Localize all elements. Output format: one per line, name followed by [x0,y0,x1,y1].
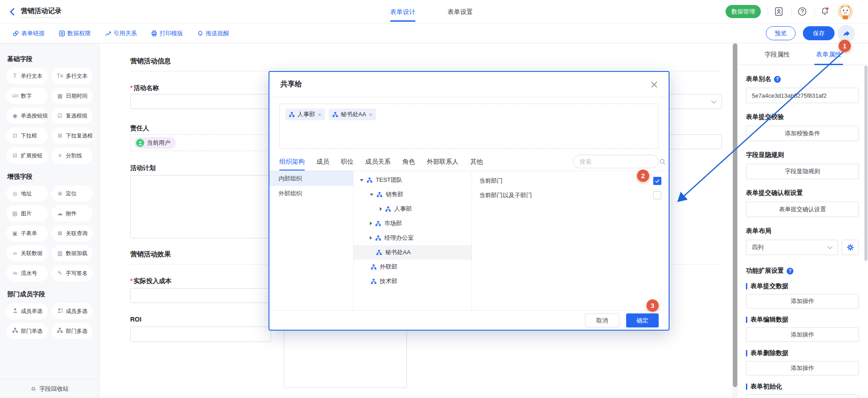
field-datetime[interactable]: ▦日期时间 [52,88,93,104]
field-single-text[interactable]: T单行文本 [6,68,48,84]
field-radio-group[interactable]: ◉单选按钮组 [6,108,48,124]
layout-settings-button[interactable] [842,240,859,255]
field-subform[interactable]: ▣子表单 [6,225,48,242]
field-image[interactable]: ▤图片 [6,205,48,222]
field-dept-multi[interactable]: 部门多选 [52,323,93,339]
scrollbar-thumb[interactable] [733,43,737,387]
data-manage-button[interactable]: 数据管理 [726,5,761,18]
cancel-button[interactable]: 取消 [585,313,619,327]
checkbox-checked[interactable] [653,177,661,185]
field-attachment[interactable]: ☁附件 [52,205,93,222]
help-icon[interactable] [797,7,807,16]
tree-node-sales-dept[interactable]: 销售部 [354,187,472,202]
close-icon[interactable] [651,81,658,88]
confirm-button[interactable]: 确定 [626,313,659,327]
help-icon[interactable]: ? [774,76,781,83]
edit-data-add-action-button[interactable]: 添加操作 [746,327,859,342]
option-current-dept-and-children[interactable]: 当前部门以及子部门 [479,188,661,203]
contacts-icon[interactable] [774,7,783,16]
form-layout-select[interactable]: 四列 [746,240,838,255]
field-address[interactable]: ◎地址 [6,185,48,202]
search-input[interactable] [580,158,659,165]
form-link-item[interactable]: 表单链接 [13,24,45,43]
push-reminder-item[interactable]: 推送提醒 [197,24,229,43]
submit-data-add-action-button[interactable]: 添加操作 [746,294,859,308]
tab-positions[interactable]: 职位 [341,152,354,171]
tab-member-relations[interactable]: 成员关系 [365,152,391,171]
save-button[interactable]: 保存 [803,26,835,40]
tree-node-test-team[interactable]: TEST团队 [354,173,472,187]
tab-roles[interactable]: 角色 [402,152,415,171]
tree-node-manager-office[interactable]: 经理办公室 [354,231,472,245]
tree-node-marketing-dept[interactable]: 市场部 [354,216,472,231]
expand-arrow-icon[interactable] [360,179,363,181]
owner-field[interactable]: 当前用户 [130,134,271,151]
plan-textarea[interactable] [130,175,271,238]
form-title[interactable]: 营销活动记录 [21,7,61,18]
search-box[interactable] [573,155,659,168]
tab-form-properties[interactable]: 表单属性 [816,43,841,65]
option-current-dept[interactable]: 当前部门 [479,174,661,188]
panel-scrollbar[interactable] [864,66,868,261]
tab-form-settings[interactable]: 表单设置 [448,0,473,24]
field-recycle-bin[interactable]: ♻ 字段回收站 [0,379,99,398]
field-extend-button[interactable]: ⊟扩展按钮 [6,147,48,164]
collapse-arrow-icon[interactable] [370,236,372,240]
field-visibility-button[interactable]: 字段显隐规则 [746,164,859,179]
expand-arrow-icon[interactable] [370,194,373,196]
preview-button[interactable]: 预览 [766,26,796,40]
selected-targets-box[interactable]: 人事部 × 秘书处AA × [279,104,659,149]
canvas-scrollbar[interactable] [732,43,738,398]
tree-node-external-dept[interactable]: 外联部 [354,260,472,274]
field-location[interactable]: ⊕定位 [52,185,93,202]
selected-tag-dept[interactable]: 秘书处AA × [329,109,376,120]
collapse-arrow-icon[interactable] [380,207,382,211]
field-member-single[interactable]: 成员单选 [6,303,48,319]
checkbox-unchecked[interactable] [653,191,661,199]
activity-name-input[interactable] [130,94,271,109]
help-icon[interactable]: ? [787,268,793,275]
tree-node-tech-dept[interactable]: 技术部 [354,274,472,289]
field-linked-data[interactable]: ∞关联数据 [6,245,48,261]
field-select[interactable]: ⊡下拉框 [6,128,48,144]
delete-data-add-action-button[interactable]: 添加操作 [746,361,859,375]
tree-node-hr-dept[interactable]: 人事部 [354,202,472,216]
roi-input[interactable] [130,327,271,342]
share-icon[interactable] [838,25,855,42]
selected-tag-dept[interactable]: 人事部 × [285,109,325,120]
field-multi-select[interactable]: ⊞下拉复选框 [52,128,93,144]
tab-external-contacts[interactable]: 外部联系人 [427,152,458,171]
field-checkbox-group[interactable]: ☑复选框组 [52,108,93,124]
back-icon[interactable] [8,7,17,16]
print-template-item[interactable]: 打印模版 [151,24,183,43]
tab-others[interactable]: 其他 [470,152,483,171]
list-item-external-org[interactable]: 外部组织 [269,186,353,201]
notification-bell-icon[interactable] [820,7,830,16]
field-linked-query[interactable]: ⊠关联查询 [52,225,93,242]
remove-tag-icon[interactable]: × [318,111,321,118]
cost-input[interactable] [130,288,271,303]
list-item-internal-org[interactable]: 内部组织 [269,171,353,186]
field-serial-number[interactable]: №流水号 [6,265,48,281]
form-alias-input[interactable] [746,88,859,103]
reference-relation-item[interactable]: 引用关系 [105,24,137,43]
tab-org-structure[interactable]: 组织架构 [279,152,305,171]
field-member-multi[interactable]: 成员多选 [52,303,93,319]
tab-members[interactable]: 成员 [316,152,329,171]
collapse-arrow-icon[interactable] [370,222,372,225]
field-multi-text[interactable]: T≡多行文本 [52,68,93,84]
current-user-tag[interactable]: 当前用户 [134,137,176,149]
user-avatar[interactable] [838,4,853,19]
field-dept-single[interactable]: 部门单选 [6,323,48,339]
remove-tag-icon[interactable]: × [369,111,373,118]
submit-confirm-button[interactable]: 表单提交确认设置 [746,202,859,217]
field-number[interactable]: 123数字 [6,88,48,104]
field-signature[interactable]: ✎手写签名 [52,265,93,281]
form-init-add-action-button[interactable]: 添加操作 [746,394,859,398]
field-divider[interactable]: ≡分割线 [52,147,93,164]
tree-node-secretary-office[interactable]: 秘书处AA [354,245,472,260]
tab-field-properties[interactable]: 字段属性 [764,43,790,65]
data-permission-item[interactable]: 数据权限 [59,24,91,43]
add-check-condition-button[interactable]: 添加校验条件 [746,126,859,141]
tab-form-design[interactable]: 表单设计 [390,0,415,24]
